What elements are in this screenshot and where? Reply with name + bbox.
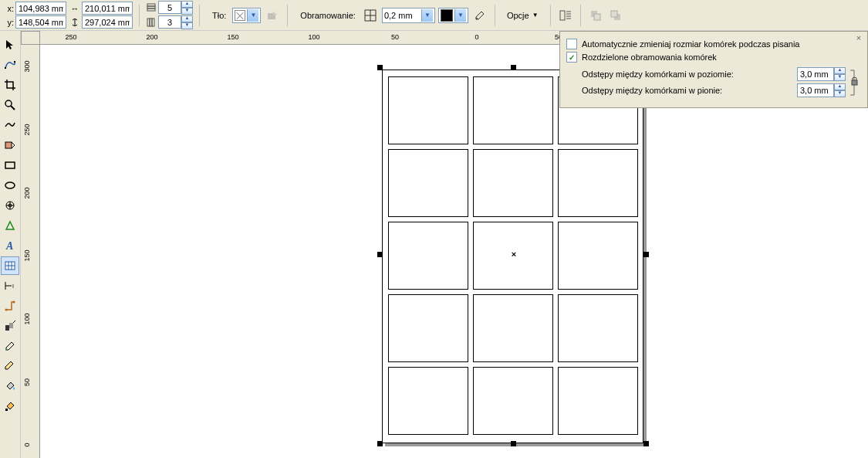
- outline-tool[interactable]: [1, 357, 19, 375]
- table-cell[interactable]: [558, 222, 638, 290]
- eyedropper-tool[interactable]: [1, 337, 19, 355]
- cols-down[interactable]: ▼: [181, 22, 193, 29]
- rectangle-tool[interactable]: [1, 156, 19, 175]
- border-width-input[interactable]: [384, 11, 420, 20]
- dropdown-arrow-icon[interactable]: ▼: [454, 9, 466, 22]
- height-input[interactable]: [82, 15, 133, 29]
- table-cell[interactable]: [473, 367, 553, 435]
- chevron-down-icon: ▼: [532, 12, 539, 19]
- border-width-dropdown[interactable]: ▼: [382, 8, 435, 23]
- cols-icon: [146, 17, 157, 28]
- text-wrap-button[interactable]: [557, 7, 574, 24]
- table-cell[interactable]: [558, 294, 638, 362]
- border-select-button[interactable]: [362, 7, 379, 24]
- selection-handle[interactable]: [643, 252, 649, 257]
- svg-rect-45: [852, 80, 857, 85]
- spin-down[interactable]: ▼: [834, 74, 846, 81]
- pick-tool[interactable]: [1, 36, 19, 54]
- table-cell[interactable]: [388, 222, 468, 290]
- table-cell[interactable]: [473, 76, 553, 144]
- to-back-button: [607, 7, 624, 24]
- table-cell[interactable]: [388, 149, 468, 217]
- v-spacing-input[interactable]: [797, 83, 834, 97]
- ruler-tick: 200: [23, 187, 31, 198]
- svg-point-26: [5, 182, 15, 188]
- rows-input[interactable]: [158, 1, 181, 14]
- rows-down[interactable]: ▼: [181, 8, 193, 15]
- svg-rect-41: [5, 325, 9, 331]
- table-tool[interactable]: [1, 256, 19, 275]
- position-group: x: y:: [3, 2, 66, 29]
- selection-handle[interactable]: [643, 441, 649, 446]
- separated-borders-checkbox[interactable]: ✓: [566, 52, 577, 63]
- svg-rect-44: [5, 409, 8, 411]
- options-menu[interactable]: Opcje ▼: [502, 7, 544, 24]
- svg-rect-19: [611, 11, 617, 17]
- vertical-ruler[interactable]: 300 250 200 150 100 50 0: [21, 45, 40, 458]
- fill-tool[interactable]: [1, 377, 19, 395]
- outline-pen-button[interactable]: [471, 7, 488, 24]
- dropdown-arrow-icon[interactable]: ▼: [421, 9, 433, 22]
- background-label: Tło:: [206, 11, 229, 20]
- ellipse-tool[interactable]: [1, 176, 19, 195]
- interactive-effects-tool[interactable]: [1, 317, 19, 335]
- cols-up[interactable]: ▲: [181, 15, 193, 22]
- rows-icon: [146, 2, 157, 13]
- interactive-fill-tool[interactable]: [1, 397, 19, 416]
- no-fill-icon: [235, 10, 245, 21]
- cols-input[interactable]: [158, 15, 181, 29]
- table-cell[interactable]: [558, 367, 638, 435]
- table-cell[interactable]: [558, 149, 638, 217]
- svg-rect-25: [5, 162, 15, 168]
- table-cell[interactable]: [473, 294, 553, 362]
- selection-handle[interactable]: [511, 441, 516, 446]
- auto-resize-label: Automatycznie zmieniaj rozmiar komórek p…: [582, 39, 860, 49]
- edit-fill-button: [264, 7, 281, 24]
- width-icon: ↔: [69, 3, 80, 14]
- separated-borders-label: Rozdzielone obramowania komórek: [582, 53, 860, 62]
- rows-up[interactable]: ▲: [181, 1, 193, 8]
- border-color-swatch: [441, 9, 453, 22]
- x-input[interactable]: [15, 2, 66, 15]
- close-icon[interactable]: ×: [853, 33, 864, 44]
- selection-handle[interactable]: [511, 65, 516, 70]
- selection-handle[interactable]: [377, 252, 383, 257]
- table-cell[interactable]: [388, 76, 468, 144]
- ruler-tick: 0: [23, 443, 31, 446]
- svg-text:A: A: [5, 240, 13, 252]
- h-spacing-input[interactable]: [797, 67, 834, 81]
- selection-handle[interactable]: [377, 65, 383, 70]
- table-cell[interactable]: [473, 149, 553, 217]
- polygon-tool[interactable]: [1, 196, 19, 215]
- size-group: ↔: [69, 2, 133, 29]
- crop-tool[interactable]: [1, 76, 19, 94]
- spin-up[interactable]: ▲: [834, 83, 846, 90]
- lock-icon[interactable]: [849, 67, 860, 98]
- smart-fill-tool[interactable]: [1, 136, 19, 154]
- ruler-tick: 250: [23, 124, 31, 135]
- spin-down[interactable]: ▼: [834, 90, 846, 97]
- dimension-tool[interactable]: I: [1, 276, 19, 295]
- connector-tool[interactable]: [1, 297, 19, 315]
- auto-resize-checkbox[interactable]: [566, 39, 577, 49]
- ruler-tick: 100: [308, 33, 319, 41]
- border-color-dropdown[interactable]: ▼: [438, 8, 468, 23]
- freehand-tool[interactable]: [1, 116, 19, 134]
- y-input[interactable]: [15, 15, 66, 29]
- v-spacing-label: Odstępy między komórkami w pionie:: [582, 86, 792, 95]
- shape-tool[interactable]: [1, 56, 19, 74]
- divider: [199, 5, 200, 26]
- basic-shapes-tool[interactable]: [1, 216, 19, 235]
- spin-up[interactable]: ▲: [834, 67, 846, 74]
- table-cell[interactable]: [388, 367, 468, 435]
- text-tool[interactable]: A: [1, 236, 19, 255]
- zoom-tool[interactable]: [1, 96, 19, 114]
- selection-handle[interactable]: [377, 441, 383, 446]
- background-fill-dropdown[interactable]: ▼: [232, 8, 261, 23]
- dropdown-arrow-icon[interactable]: ▼: [247, 9, 258, 22]
- height-icon: [69, 17, 80, 28]
- width-input[interactable]: [82, 2, 133, 15]
- selection-center-icon: ×: [512, 249, 516, 259]
- table-cell[interactable]: [388, 294, 468, 362]
- ruler-tick: 150: [227, 33, 238, 41]
